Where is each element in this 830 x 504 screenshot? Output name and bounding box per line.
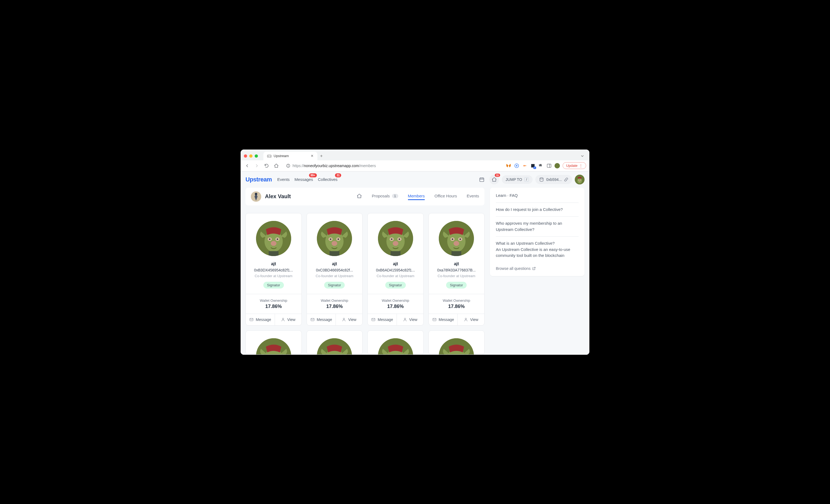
faq-item[interactable]: How do I request to join a Collective? [496, 202, 579, 217]
traffic-lights [244, 154, 258, 158]
main-nav: Events Messages 99+ Collectives 31 [277, 177, 338, 182]
close-tab-button[interactable]: ✕ [311, 154, 314, 158]
faq-item[interactable]: What is an Upstream Collective? An Upstr… [496, 236, 579, 262]
view-button[interactable]: View [336, 314, 362, 325]
member-avatar[interactable] [317, 221, 352, 256]
extension-icon[interactable]: 6 [530, 163, 536, 168]
tab-members[interactable]: Members [408, 194, 425, 200]
browser-window: Upstream ✕ + https://noneofyourbiz.upstr… [241, 150, 589, 355]
member-role: Co-founder at Upstream [373, 274, 418, 278]
svg-point-47 [392, 241, 398, 246]
extensions-menu-icon[interactable] [538, 163, 544, 168]
profile-icon[interactable] [554, 163, 560, 168]
wallet-percentage: 17.86% [433, 304, 480, 309]
minimize-window-button[interactable] [249, 154, 253, 158]
svg-rect-39 [311, 318, 314, 321]
envelope-icon [310, 317, 315, 322]
calendar-button[interactable] [477, 175, 487, 184]
member-avatar[interactable] [317, 338, 352, 355]
members-grid: ajt 0xB3DX456954c82f1... Co-founder at U… [246, 213, 484, 355]
svg-point-5 [516, 165, 517, 166]
wallet-button[interactable]: 0xb594... [535, 175, 572, 184]
member-address: 0xB3DX456954c82f1... [251, 268, 296, 272]
collectives-badge: 31 [335, 173, 341, 177]
home-button[interactable] [273, 162, 280, 169]
member-avatar[interactable] [256, 221, 291, 256]
svg-rect-38 [329, 251, 339, 256]
wallet-label: Wallet Ownership [311, 298, 358, 303]
faq-title: Learn · FAQ [496, 193, 579, 198]
nav-messages[interactable]: Messages 99+ [294, 177, 313, 182]
svg-point-50 [404, 318, 406, 319]
extensions: 6 Update ⋮ [506, 162, 586, 169]
message-button[interactable]: Message [368, 314, 397, 325]
member-avatar[interactable] [439, 221, 474, 256]
browse-all-link[interactable]: Browse all questions [496, 266, 579, 271]
toolbar: https://noneofyourbiz.upstreamapp.com/me… [241, 160, 589, 171]
maximize-window-button[interactable] [255, 154, 258, 158]
back-button[interactable] [244, 162, 250, 169]
message-button[interactable]: Message [246, 314, 275, 325]
svg-point-27 [270, 241, 276, 246]
extension-icon[interactable] [514, 163, 519, 168]
url-text: https://noneofyourbiz.upstreamapp.com/me… [292, 164, 376, 168]
user-icon [464, 317, 468, 322]
extension-icon[interactable] [522, 163, 528, 168]
member-avatar[interactable] [378, 338, 413, 355]
reload-button[interactable] [263, 162, 270, 169]
nav-events[interactable]: Events [277, 177, 290, 182]
home-badge: 31 [495, 174, 500, 177]
message-button[interactable]: Message [429, 314, 458, 325]
nav-collectives[interactable]: Collectives 31 [318, 177, 338, 182]
metamask-icon[interactable] [506, 163, 511, 168]
messages-badge: 99+ [309, 173, 317, 177]
member-avatar[interactable] [378, 221, 413, 256]
user-icon [403, 317, 407, 322]
sidepanel-icon[interactable] [546, 163, 552, 168]
tab-office-hours[interactable]: Office Hours [435, 194, 457, 199]
svg-point-13 [540, 178, 543, 179]
home-notifications-button[interactable]: 31 [489, 175, 499, 184]
tab-overflow-button[interactable] [579, 154, 586, 158]
view-button[interactable]: View [397, 314, 423, 325]
message-button[interactable]: Message [307, 314, 336, 325]
svg-rect-9 [480, 178, 484, 182]
logo[interactable]: Upstream [246, 176, 272, 183]
update-button[interactable]: Update ⋮ [563, 162, 586, 169]
menu-icon: ⋮ [579, 164, 583, 168]
jump-to-button[interactable]: JUMP TO / [502, 175, 533, 184]
view-button[interactable]: View [275, 314, 301, 325]
svg-rect-49 [372, 318, 375, 321]
user-avatar[interactable] [575, 175, 584, 184]
view-button[interactable]: View [458, 314, 484, 325]
new-tab-button[interactable]: + [317, 152, 325, 160]
member-name: ajt [312, 261, 358, 266]
envelope-icon [249, 317, 254, 322]
address-bar[interactable]: https://noneofyourbiz.upstreamapp.com/me… [283, 162, 503, 169]
member-card: ajt 0xB6AD415954c82f1... Co-founder at U… [368, 213, 424, 325]
svg-point-55 [452, 239, 453, 240]
envelope-icon [432, 317, 437, 322]
tab-proposals[interactable]: Proposals 1 [372, 194, 398, 199]
faq-item[interactable]: Who approves my membership to an Upstrea… [496, 216, 579, 236]
close-window-button[interactable] [244, 154, 247, 158]
envelope-icon [371, 317, 376, 322]
member-name: ajt [434, 261, 480, 266]
member-card [246, 330, 302, 355]
svg-point-40 [343, 318, 345, 319]
member-avatar[interactable] [256, 338, 291, 355]
site-info-icon[interactable] [286, 164, 290, 168]
tab-events[interactable]: Events [467, 194, 479, 199]
svg-point-16 [578, 180, 579, 180]
collective-avatar[interactable] [251, 191, 261, 202]
svg-point-37 [332, 241, 338, 246]
tab-home[interactable] [357, 193, 362, 200]
member-address: 0xa78f433A776837B... [434, 268, 480, 272]
svg-point-35 [330, 239, 331, 240]
member-card [428, 330, 485, 355]
svg-point-45 [391, 239, 392, 240]
member-avatar[interactable] [439, 338, 474, 355]
signator-badge: Signator [446, 282, 467, 288]
browser-tab[interactable]: Upstream ✕ [263, 152, 317, 160]
forward-button[interactable] [254, 162, 260, 169]
